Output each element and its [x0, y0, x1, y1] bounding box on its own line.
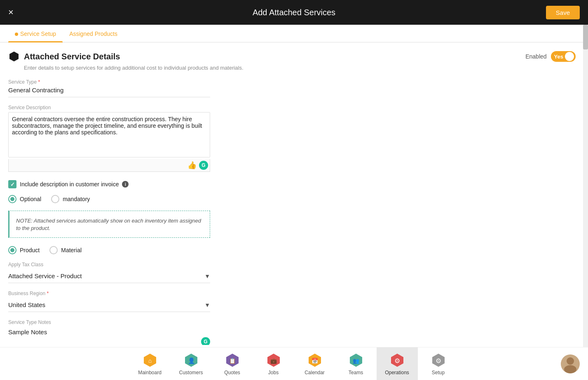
customers-label: Customers [179, 370, 203, 375]
jobs-label: Jobs [268, 370, 279, 375]
radio-optional-label: Optional [20, 196, 41, 202]
service-type-field: Service Type * General Contracting [8, 79, 210, 97]
jobs-icon: 💼 [266, 352, 281, 368]
service-type-label: Service Type * [8, 79, 210, 85]
teams-label: Teams [349, 370, 363, 375]
nav-setup[interactable]: ⚙ Setup [418, 347, 459, 380]
nav-teams[interactable]: 👥 Teams [335, 347, 377, 380]
radio-mandatory-label: mandatory [63, 196, 90, 202]
radio-product-label: Product [20, 247, 40, 253]
operations-label: Operations [385, 370, 409, 375]
radio-optional-outer [8, 195, 16, 203]
emoji-icon[interactable]: 👍 [187, 161, 197, 170]
grammarly-icon-notes[interactable]: G [201, 337, 210, 345]
radio-mandatory[interactable]: mandatory [51, 195, 90, 203]
business-region-arrow: ▼ [204, 302, 210, 308]
enabled-toggle[interactable]: Yes [551, 51, 576, 62]
mainboard-icon: ⌂ [142, 352, 158, 368]
bottom-nav: ⌂ Mainboard 👤 Customers 📋 Quotes 💼 Jobs … [0, 347, 588, 380]
radio-product[interactable]: Product [8, 246, 40, 254]
main-content: Attached Service Details Enabled Yes Ent… [0, 42, 588, 345]
apply-tax-class-label: Apply Tax Class [8, 262, 210, 267]
app-header: × Add Attached Services Save [0, 0, 588, 25]
enabled-row: Enabled Yes [525, 51, 576, 62]
calendar-label: Calendar [305, 370, 325, 375]
business-region-value: United States [8, 301, 45, 308]
setup-label: Setup [432, 370, 445, 375]
service-type-notes-value: Sample Notes [8, 327, 210, 335]
section-subtitle: Enter details to setup services for addi… [24, 65, 576, 71]
hex-icon [8, 51, 20, 62]
mainboard-label: Mainboard [138, 370, 162, 375]
teams-icon: 👥 [348, 352, 364, 368]
note-text: NOTE: Attached services automatically sh… [16, 218, 201, 231]
textarea-wrapper: 👍 G [8, 112, 210, 172]
service-description-label: Service Description [8, 105, 210, 110]
svg-text:👤: 👤 [187, 357, 195, 364]
header-title: Add Attached Services [253, 8, 335, 17]
service-description-field: Service Description 👍 G [8, 105, 210, 172]
scrollbar[interactable] [583, 25, 588, 351]
service-type-notes-label: Service Type Notes [8, 319, 210, 325]
section-title-row: Attached Service Details [8, 51, 120, 62]
business-region-label: Business Region * [8, 291, 210, 296]
nav-calendar[interactable]: 📅 Calendar [294, 347, 335, 380]
quotes-label: Quotes [224, 370, 240, 375]
tab-service-setup[interactable]: Service Setup [8, 25, 63, 42]
radio-material-label: Material [61, 247, 82, 253]
required-marker: * [38, 79, 40, 85]
radio-material[interactable]: Material [49, 246, 82, 254]
apply-tax-class-field: Apply Tax Class Attached Service - Produ… [8, 262, 210, 283]
radio-product-outer [8, 246, 16, 254]
nav-jobs[interactable]: 💼 Jobs [253, 347, 294, 380]
calendar-icon: 📅 [307, 352, 323, 368]
product-material-radio-row: Product Material [8, 246, 576, 254]
svg-text:⚙: ⚙ [436, 357, 441, 364]
setup-icon: ⚙ [431, 352, 446, 368]
svg-text:💼: 💼 [270, 357, 277, 364]
toggle-circle [565, 52, 574, 61]
textarea-toolbar: 👍 G [8, 159, 210, 172]
checkbox-label: Include description in customer invoice [20, 181, 119, 188]
service-description-textarea[interactable] [8, 112, 210, 157]
user-avatar[interactable] [561, 354, 580, 373]
svg-text:⌂: ⌂ [148, 357, 151, 364]
grammarly-icon[interactable]: G [199, 161, 208, 170]
tab-assigned-products[interactable]: Assigned Products [63, 25, 124, 42]
apply-tax-class-arrow: ▼ [204, 273, 210, 279]
operations-icon: ⚙ [389, 352, 405, 368]
svg-text:⚙: ⚙ [394, 357, 400, 364]
radio-product-inner [10, 248, 14, 252]
scrollbar-thumb[interactable] [583, 25, 588, 49]
nav-operations[interactable]: ⚙ Operations [377, 347, 418, 380]
apply-tax-class-value: Attached Service - Product [8, 272, 82, 279]
optional-mandatory-radio-row: Optional mandatory [8, 195, 576, 203]
svg-text:📅: 📅 [312, 357, 319, 364]
customers-icon: 👤 [183, 352, 199, 368]
svg-text:👥: 👥 [353, 357, 360, 364]
radio-optional[interactable]: Optional [8, 195, 41, 203]
enabled-label: Enabled [525, 53, 546, 60]
tabs-bar: Service Setup Assigned Products [0, 25, 588, 42]
service-type-value: General Contracting [8, 87, 210, 97]
info-icon[interactable]: i [122, 181, 129, 188]
checkbox-row: Include description in customer invoice … [8, 180, 576, 188]
radio-mandatory-outer [51, 195, 59, 203]
include-description-checkbox[interactable] [8, 180, 16, 188]
svg-text:📋: 📋 [229, 357, 236, 364]
business-region-field: Business Region * United States ▼ [8, 291, 210, 312]
svg-point-18 [564, 365, 576, 373]
nav-quotes[interactable]: 📋 Quotes [212, 347, 253, 380]
save-button[interactable]: Save [546, 6, 580, 19]
svg-point-17 [567, 357, 574, 365]
business-region-dropdown[interactable]: United States ▼ [8, 298, 210, 312]
nav-customers[interactable]: 👤 Customers [171, 347, 212, 380]
section-header: Attached Service Details Enabled Yes [8, 51, 576, 62]
apply-tax-class-dropdown[interactable]: Attached Service - Product ▼ [8, 269, 210, 283]
nav-mainboard[interactable]: ⌂ Mainboard [129, 347, 171, 380]
radio-material-outer [49, 246, 58, 254]
radio-optional-inner [10, 197, 14, 201]
note-box: NOTE: Attached services automatically sh… [8, 211, 210, 238]
close-button[interactable]: × [8, 8, 14, 17]
section-title: Attached Service Details [24, 52, 120, 61]
